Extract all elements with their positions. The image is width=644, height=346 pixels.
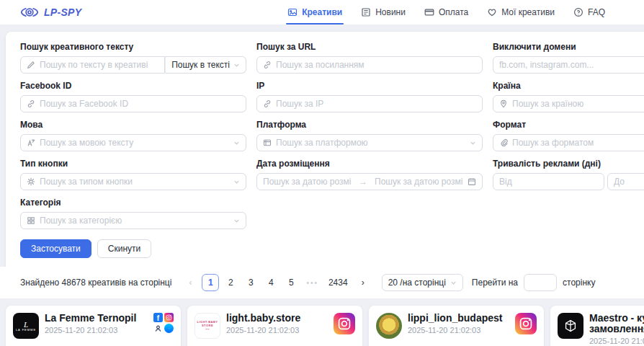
search-mode-value: Пошук в тексті bbox=[171, 60, 230, 70]
field-label: Формат bbox=[493, 120, 644, 130]
page-2[interactable]: 2 bbox=[222, 274, 239, 291]
field-label: Дата розміщення bbox=[256, 159, 483, 169]
field-label: Facebook ID bbox=[20, 81, 246, 91]
category-select[interactable]: Пошук за категорією bbox=[20, 212, 246, 229]
creative-card[interactable]: Maestro - кухні, меблі на замовлення в У… bbox=[550, 306, 644, 346]
pagination-bar: Знайдено 48678 креативів на сторінці ‹ 1… bbox=[0, 267, 644, 298]
field-url: Пошук за URL bbox=[256, 42, 483, 74]
search-mode-select[interactable]: Пошук в тексті bbox=[165, 56, 246, 74]
page-1[interactable]: 1 bbox=[202, 274, 219, 291]
goto-prefix: Перейти на bbox=[472, 278, 518, 288]
page-5[interactable]: 5 bbox=[282, 274, 300, 291]
chevron-down-icon bbox=[233, 218, 240, 224]
field-placement-date: Дата розміщення Пошук за датою розміщенн… bbox=[256, 159, 483, 190]
creative-card[interactable]: L LA FEMME La Femme Ternopil 2025-11-20 … bbox=[6, 306, 181, 346]
next-page-button[interactable]: › bbox=[354, 274, 372, 291]
field-label: Платформа bbox=[256, 120, 483, 130]
url-input[interactable] bbox=[276, 60, 476, 70]
tab-label: Новини bbox=[375, 7, 406, 17]
tab-news[interactable]: Новини bbox=[361, 0, 406, 25]
advertiser-name[interactable]: lippi_lion_budapest bbox=[408, 313, 509, 324]
facebook-id-input[interactable] bbox=[40, 99, 240, 109]
link-icon bbox=[263, 61, 272, 69]
creative-date: 2025-11-20 21:02:03 bbox=[589, 337, 644, 345]
tab-label: Мої креативи bbox=[501, 7, 555, 17]
tab-creatives[interactable]: Креативи bbox=[287, 0, 342, 25]
creative-date: 2025-11-20 21:02:03 bbox=[408, 326, 509, 334]
advertiser-name[interactable]: light.baby.store bbox=[226, 313, 328, 324]
grid-icon bbox=[27, 216, 35, 225]
link-icon bbox=[263, 99, 272, 108]
chevron-down-icon bbox=[233, 140, 240, 146]
tab-label: Креативи bbox=[302, 7, 342, 17]
creative-card[interactable]: lippi_lion_budapest 2025-11-20 21:02:03 … bbox=[369, 306, 544, 346]
results-count: Знайдено 48678 креативів на сторінці bbox=[20, 278, 171, 288]
url-input-wrap bbox=[256, 56, 483, 74]
field-duration: Тривалість реклами (дні) bbox=[493, 159, 644, 190]
field-country: Країна bbox=[493, 81, 644, 112]
field-ip: IP bbox=[256, 81, 483, 112]
brand-logo[interactable]: LP-SPY bbox=[20, 6, 81, 18]
chevron-down-icon bbox=[233, 62, 240, 68]
page-ellipsis[interactable]: ••• bbox=[303, 274, 322, 291]
audience-network-icon bbox=[153, 324, 163, 333]
placement-date-range[interactable]: Пошук за датою розміщення → Пошук за дат… bbox=[256, 173, 483, 190]
eye-logo-icon bbox=[20, 6, 39, 18]
main-nav: Креативи Новини Оплата bbox=[287, 0, 605, 25]
advertiser-avatar: L LA FEMME bbox=[13, 313, 39, 339]
language-select[interactable]: Пошук за мовою тексту bbox=[20, 134, 246, 151]
country-input[interactable] bbox=[512, 99, 644, 109]
ip-input-wrap bbox=[256, 95, 483, 112]
arrow-right-icon: → bbox=[356, 177, 370, 187]
page-size-select[interactable]: 20 /на сторінці bbox=[382, 274, 463, 291]
facebook-icon: f bbox=[153, 313, 163, 322]
reset-button[interactable]: Скинути bbox=[97, 239, 151, 258]
country-input-wrap bbox=[493, 95, 644, 112]
advertiser-name[interactable]: Maestro - кухні, меблі на замовлення в У… bbox=[589, 313, 644, 334]
tab-payment[interactable]: Оплата bbox=[424, 0, 468, 25]
button-type-select[interactable]: Пошук за типом кнопки bbox=[20, 173, 246, 190]
instagram-icon bbox=[515, 313, 537, 334]
duration-from-input[interactable] bbox=[499, 177, 598, 187]
advertiser-name[interactable]: La Femme Ternopil bbox=[45, 313, 148, 324]
ip-input[interactable] bbox=[276, 99, 476, 109]
format-input-wrap bbox=[493, 134, 644, 151]
format-input[interactable] bbox=[512, 138, 644, 148]
platform-icons: f bbox=[153, 313, 174, 339]
filter-panel: Пошук креативного тексту Пошук в тексті bbox=[6, 32, 644, 271]
goto-page-input[interactable] bbox=[524, 274, 557, 291]
creatives-grid: L LA FEMME La Femme Ternopil 2025-11-20 … bbox=[6, 306, 644, 346]
translate-icon bbox=[27, 138, 35, 147]
advertiser-avatar: LIGHT.BABYSTORE••• bbox=[194, 313, 220, 339]
gear-icon bbox=[27, 177, 35, 186]
creative-date: 2025-11-20 21:02:03 bbox=[45, 326, 148, 334]
exclude-domains-input[interactable] bbox=[499, 60, 644, 70]
platform-select[interactable]: Пошук за платформою bbox=[256, 134, 483, 151]
prev-page-button[interactable]: ‹ bbox=[182, 274, 199, 291]
goto-suffix: сторінку bbox=[563, 278, 595, 288]
news-icon bbox=[361, 7, 371, 17]
platform-icon bbox=[263, 138, 272, 147]
creative-card[interactable]: LIGHT.BABYSTORE••• light.baby.store 2025… bbox=[187, 306, 362, 346]
calendar-icon bbox=[468, 177, 476, 186]
link-icon bbox=[27, 99, 35, 108]
chevron-down-icon bbox=[233, 179, 240, 185]
apply-button[interactable]: Застосувати bbox=[20, 239, 91, 258]
heart-icon bbox=[487, 7, 497, 17]
messenger-icon bbox=[164, 324, 174, 333]
tab-label: Оплата bbox=[439, 7, 468, 17]
question-icon bbox=[573, 7, 583, 17]
page-3[interactable]: 3 bbox=[242, 274, 259, 291]
pencil-icon bbox=[27, 61, 35, 69]
page-last[interactable]: 2434 bbox=[325, 274, 352, 291]
tab-my-creatives[interactable]: Мої креативи bbox=[487, 0, 555, 25]
page-4[interactable]: 4 bbox=[262, 274, 279, 291]
advertiser-avatar bbox=[376, 313, 402, 339]
tab-faq[interactable]: FAQ bbox=[573, 0, 605, 25]
duration-to-input[interactable] bbox=[614, 177, 644, 187]
duration-from-wrap bbox=[493, 173, 604, 190]
creative-text-input[interactable] bbox=[40, 60, 158, 70]
brand-name: LP-SPY bbox=[44, 6, 81, 18]
category-placeholder: Пошук за категорією bbox=[40, 216, 229, 226]
field-creative-text: Пошук креативного тексту Пошук в тексті bbox=[20, 42, 246, 74]
